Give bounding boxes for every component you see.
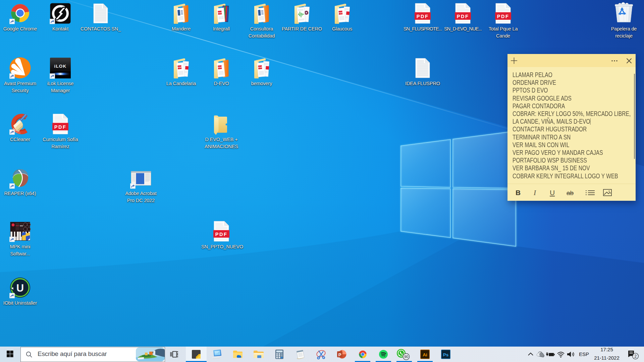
svg-text:90: 90 [404,355,408,359]
svg-text:2: 2 [634,354,637,359]
svg-text:P: P [338,352,341,357]
svg-text:Ps: Ps [443,352,449,357]
svg-text:I: I [533,189,536,197]
svg-text:Ai: Ai [423,352,427,357]
svg-text:B: B [516,189,521,196]
svg-text:ab: ab [567,189,574,196]
svg-text:U: U [550,189,555,196]
